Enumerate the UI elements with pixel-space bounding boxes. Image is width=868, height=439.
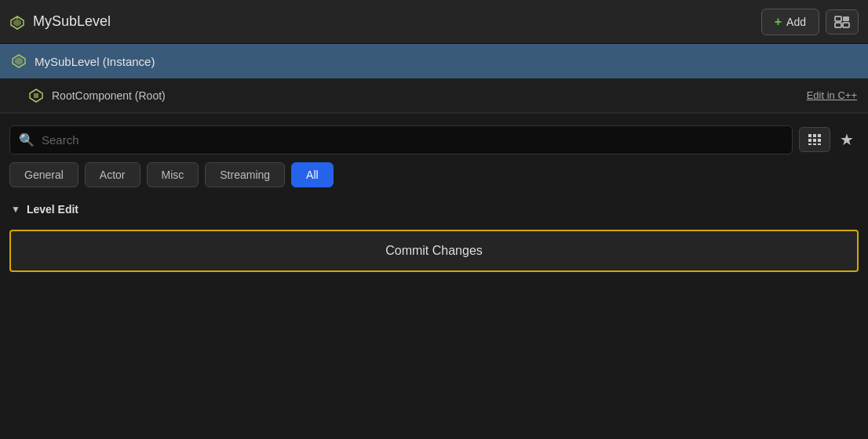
svg-marker-8 (15, 57, 23, 65)
instance-icon (11, 53, 27, 69)
search-container: 🔍 (9, 125, 793, 154)
commit-label: Commit Changes (385, 244, 483, 258)
svg-rect-14 (808, 139, 811, 142)
svg-rect-19 (818, 143, 821, 145)
tab-all[interactable]: All (291, 162, 334, 187)
svg-rect-3 (835, 16, 841, 21)
favorites-button[interactable]: ★ (835, 125, 859, 154)
svg-rect-15 (813, 139, 816, 142)
svg-rect-18 (813, 143, 816, 145)
search-area: 🔍 ★ (0, 114, 868, 162)
filter-tabs: General Actor Misc Streaming All (0, 162, 868, 197)
tab-misc[interactable]: Misc (147, 162, 199, 187)
chevron-down-icon: ▼ (11, 204, 20, 215)
window-title: MySubLevel (33, 13, 111, 30)
svg-rect-16 (818, 139, 821, 142)
tab-actor[interactable]: Actor (85, 162, 140, 187)
component-row: RootComponent (Root) Edit in C++ (0, 78, 868, 113)
sublevel-icon (9, 13, 25, 31)
search-right-icons: ★ (799, 125, 859, 154)
svg-rect-17 (808, 143, 811, 145)
title-bar: MySubLevel + Add (0, 0, 868, 44)
tab-general[interactable]: General (9, 162, 78, 187)
svg-rect-12 (813, 134, 816, 137)
svg-rect-5 (835, 23, 841, 27)
svg-rect-11 (808, 134, 811, 137)
svg-rect-4 (843, 16, 849, 21)
title-left: MySubLevel (9, 13, 111, 31)
component-icon (28, 87, 44, 103)
svg-marker-1 (13, 19, 21, 27)
component-left: RootComponent (Root) (28, 87, 166, 103)
table-view-button[interactable] (799, 127, 830, 152)
search-icon: 🔍 (19, 132, 35, 147)
svg-rect-10 (34, 93, 38, 98)
search-input[interactable] (9, 125, 793, 154)
edit-cpp-link[interactable]: Edit in C++ (807, 89, 857, 101)
add-button[interactable]: + Add (761, 9, 819, 35)
layout-icon-button[interactable] (826, 9, 859, 34)
plus-icon: + (775, 15, 782, 29)
component-label: RootComponent (Root) (52, 89, 166, 102)
section-label: Level Edit (27, 203, 78, 216)
svg-rect-13 (818, 134, 821, 137)
title-right: + Add (761, 9, 859, 35)
level-edit-section-header: ▼ Level Edit (0, 197, 868, 222)
add-label: Add (786, 16, 806, 28)
tab-streaming[interactable]: Streaming (205, 162, 285, 187)
commit-section: Commit Changes (0, 222, 868, 285)
instance-row[interactable]: MySubLevel (Instance) (0, 44, 868, 78)
instance-label: MySubLevel (Instance) (35, 55, 155, 68)
commit-changes-button[interactable]: Commit Changes (9, 230, 859, 272)
svg-rect-6 (843, 23, 849, 27)
